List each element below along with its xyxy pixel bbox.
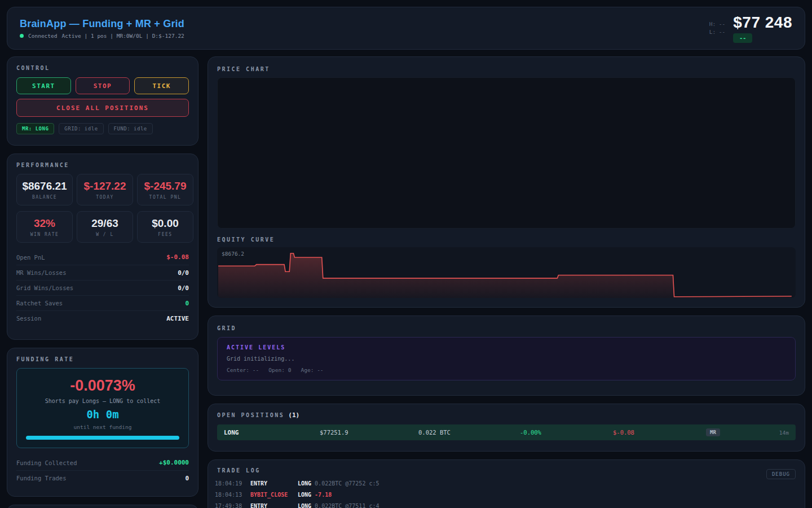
session-label: Session xyxy=(16,315,41,322)
open-pnl-label: Open PnL xyxy=(16,254,45,261)
performance-title: PERFORMANCE xyxy=(16,162,189,168)
close-all-positions-button[interactable]: CLOSE ALL POSITIONS xyxy=(16,99,189,117)
mr-wl-value: 0/0 xyxy=(178,269,189,277)
mr-wl-row: MR Wins/Losses 0/0 xyxy=(16,265,189,280)
log-time: 17:49:38 xyxy=(215,503,250,508)
win-rate-card: 32% WIN RATE xyxy=(16,211,73,243)
funding-collected-row: Funding Collected +$0.0000 xyxy=(16,455,189,470)
log-row: 18:04:19 ENTRY LONG 0.022BTC @77252 c:5 xyxy=(215,478,796,489)
funding-description: Shorts pay Longs — LONG to collect xyxy=(26,398,179,404)
log-time: 18:04:19 xyxy=(215,480,250,487)
grid-title: GRID xyxy=(217,325,796,331)
current-price: $77 248 xyxy=(733,14,792,32)
mr-status-badge: MR: LONG xyxy=(16,123,54,134)
today-label: TODAY xyxy=(82,195,128,200)
total-pnl-value: $-245.79 xyxy=(142,180,188,192)
equity-curve-area: $8676.2 xyxy=(217,247,796,298)
position-size: 0.022 BTC xyxy=(418,429,520,436)
fund-status-badge: FUND: idle xyxy=(108,123,153,134)
open-positions-count: (1) xyxy=(288,411,299,419)
open-pnl-row: Open PnL $-0.08 xyxy=(16,249,189,265)
open-positions-panel: OPEN POSITIONS (1) LONG $77251.9 0.022 B… xyxy=(208,404,805,452)
fees-label: FEES xyxy=(142,232,188,237)
position-row: LONG $77251.9 0.022 BTC -0.00% $-0.08 MR… xyxy=(217,424,796,440)
position-strategy-tag: MR xyxy=(706,428,720,436)
balance-value: $8676.21 xyxy=(21,180,68,192)
trade-log-panel: TRADE LOG DEBUG 18:04:19 ENTRY LONG 0.02… xyxy=(208,459,805,508)
price-chart-title: PRICE CHART xyxy=(217,66,796,72)
high-label: H: -- xyxy=(709,20,726,28)
session-row: Session ACTIVE xyxy=(16,310,189,326)
equity-curve-chart xyxy=(217,247,796,298)
app-title: BrainApp — Funding + MR + Grid xyxy=(20,18,184,30)
balance-label: BALANCE xyxy=(21,195,68,200)
start-button[interactable]: START xyxy=(16,77,71,94)
log-side: LONG xyxy=(298,503,311,508)
total-pnl-card: $-245.79 TOTAL PNL xyxy=(137,174,193,205)
log-side: LONG xyxy=(298,480,311,487)
funding-trades-label: Funding Trades xyxy=(16,475,67,481)
funding-rate-panel: FUNDING RATE -0.0073% Shorts pay Longs —… xyxy=(7,348,198,497)
active-levels-title: ACTIVE LEVELS xyxy=(227,344,786,351)
wl-card: 29/63 W / L xyxy=(77,211,133,243)
mr-wl-label: MR Wins/Losses xyxy=(16,269,67,276)
funding-progress-bar xyxy=(26,436,179,440)
connection-status-icon xyxy=(20,34,24,38)
grid-wl-value: 0/0 xyxy=(178,284,189,292)
ratchet-saves-label: Ratchet Saves xyxy=(16,300,63,306)
equity-curve-title: EQUITY CURVE xyxy=(217,237,796,243)
wl-value: 29/63 xyxy=(82,217,128,230)
log-action: BYBIT_CLOSE xyxy=(250,492,298,498)
log-row: 17:49:38 ENTRY LONG 0.022BTC @77511 c:4 xyxy=(215,500,796,508)
position-pct: -0.00% xyxy=(520,429,613,436)
win-rate-value: 32% xyxy=(21,217,68,230)
stop-button[interactable]: STOP xyxy=(76,77,130,94)
log-action: ENTRY xyxy=(250,503,298,508)
equity-max-label: $8676.2 xyxy=(222,251,244,257)
control-panel: CONTROL START STOP TICK CLOSE ALL POSITI… xyxy=(7,56,198,146)
log-row: 18:04:13 BYBIT_CLOSE LONG -7.18 xyxy=(215,489,796,500)
balance-card: $8676.21 BALANCE xyxy=(16,174,73,205)
position-side: LONG xyxy=(224,429,320,436)
grid-panel: GRID ACTIVE LEVELS Grid initializing... … xyxy=(208,316,805,396)
fees-value: $0.00 xyxy=(142,217,188,230)
charts-panel: PRICE CHART EQUITY CURVE $8676.2 xyxy=(208,56,805,308)
app-header: BrainApp — Funding + MR + Grid Connected… xyxy=(7,7,805,50)
open-pnl-value: $-0.08 xyxy=(166,253,189,261)
today-value: $-127.22 xyxy=(82,180,128,192)
high-low-block: H: -- L: -- xyxy=(709,20,726,37)
log-time: 18:04:13 xyxy=(215,492,250,498)
open-positions-title: OPEN POSITIONS xyxy=(217,412,284,418)
funding-rate-value: -0.0073% xyxy=(26,377,179,395)
log-detail: 0.022BTC @77252 c:5 xyxy=(315,480,379,487)
price-block: $77 248 -- xyxy=(733,14,792,43)
log-side: LONG xyxy=(298,492,311,498)
header-left: BrainApp — Funding + MR + Grid Connected… xyxy=(20,18,184,39)
funding-title: FUNDING RATE xyxy=(16,356,189,362)
grid-status-text: Grid initializing... xyxy=(227,356,786,362)
grid-status-badge: GRID: idle xyxy=(59,123,103,134)
total-pnl-label: TOTAL PNL xyxy=(142,195,188,200)
status-line: Connected Active | 1 pos | MR:0W/0L | D:… xyxy=(20,33,184,39)
funding-countdown-label: until next funding xyxy=(26,424,179,430)
session-value: ACTIVE xyxy=(166,315,189,322)
fees-card: $0.00 FEES xyxy=(137,211,193,243)
wl-label: W / L xyxy=(82,232,128,237)
tick-button[interactable]: TICK xyxy=(134,77,189,94)
ratchet-saves-row: Ratchet Saves 0 xyxy=(16,295,189,310)
low-label: L: -- xyxy=(709,28,726,36)
funding-trades-value: 0 xyxy=(185,475,189,482)
position-price: $77251.9 xyxy=(320,429,418,436)
funding-collected-label: Funding Collected xyxy=(16,459,77,466)
today-card: $-127.22 TODAY xyxy=(77,174,133,205)
trade-log-title: TRADE LOG xyxy=(215,467,796,474)
log-detail: -7.18 xyxy=(315,492,332,498)
grid-meta-text: Center: -- Open: 0 Age: -- xyxy=(227,367,786,373)
debug-button[interactable]: DEBUG xyxy=(766,469,796,479)
log-action: ENTRY xyxy=(250,480,298,487)
funding-collected-value: +$0.0000 xyxy=(159,459,189,466)
active-levels-card: ACTIVE LEVELS Grid initializing... Cente… xyxy=(217,337,796,380)
funding-trades-row: Funding Trades 0 xyxy=(16,470,189,485)
connection-status-label: Connected xyxy=(28,33,57,39)
grid-wl-label: Grid Wins/Losses xyxy=(16,284,73,291)
